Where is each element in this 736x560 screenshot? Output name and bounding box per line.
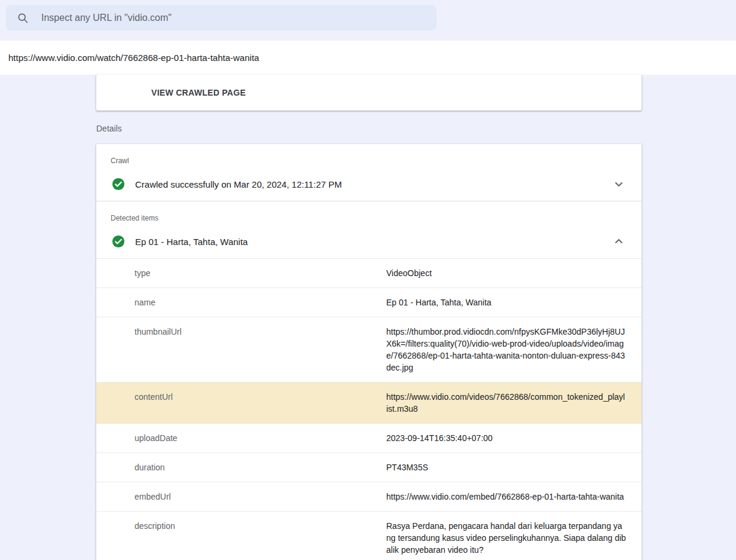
detected-items-table: type VideoObject name Ep 01 - Harta, Tah… (96, 258, 642, 560)
property-key: contentUrl (135, 391, 386, 415)
table-row: description Rasya Perdana, pengacara han… (96, 512, 642, 560)
success-check-icon (112, 178, 125, 191)
property-value: Ep 01 - Harta, Tahta, Wanita (386, 296, 626, 308)
url-inspection-searchbox[interactable] (6, 5, 436, 30)
crawled-page-card: VIEW CRAWLED PAGE (96, 75, 642, 111)
table-row: thumbnailUrl https://thumbor.prod.vidioc… (96, 317, 642, 382)
table-row: name Ep 01 - Harta, Tahta, Wanita (96, 288, 642, 317)
detected-item-header-row[interactable]: Ep 01 - Harta, Tahta, Wanita (96, 225, 642, 258)
table-row: duration PT43M35S (96, 453, 642, 482)
property-value: Rasya Perdana, pengacara handal dari kel… (386, 520, 626, 556)
inspected-url-text: https://www.vidio.com/watch/7662868-ep-0… (8, 53, 259, 63)
details-card: Crawl Crawled successfully on Mar 20, 20… (96, 144, 642, 560)
property-key: type (135, 267, 386, 279)
property-key: uploadDate (135, 432, 386, 444)
crawl-status-text: Crawled successfully on Mar 20, 2024, 12… (135, 179, 342, 189)
property-key: description (135, 520, 386, 556)
chevron-up-icon[interactable] (612, 234, 626, 249)
table-row: uploadDate 2023-09-14T16:35:40+07:00 (96, 424, 642, 453)
success-check-icon (112, 235, 125, 248)
url-inspection-input[interactable] (40, 12, 436, 24)
property-key: name (135, 296, 386, 308)
chevron-down-icon[interactable] (612, 177, 626, 191)
property-key: duration (135, 461, 386, 473)
table-row: type VideoObject (96, 259, 642, 288)
property-value: 2023-09-14T16:35:40+07:00 (386, 432, 626, 444)
inspected-url-band: https://www.vidio.com/watch/7662868-ep-0… (0, 41, 736, 75)
table-row: contentUrl https://www.vidio.com/videos/… (96, 382, 642, 424)
property-value: VideoObject (386, 267, 626, 279)
property-value: https://www.vidio.com/embed/7662868-ep-0… (386, 491, 626, 503)
detected-item-title: Ep 01 - Harta, Tahta, Wanita (135, 237, 248, 247)
table-row: embedUrl https://www.vidio.com/embed/766… (96, 482, 642, 512)
crawl-section-label: Crawl (96, 144, 642, 167)
property-value: https://thumbor.prod.vidiocdn.com/nfpysK… (386, 326, 626, 374)
search-icon (17, 12, 29, 24)
view-crawled-page-button[interactable]: VIEW CRAWLED PAGE (146, 83, 251, 102)
crawl-status-row[interactable]: Crawled successfully on Mar 20, 2024, 12… (96, 167, 642, 201)
property-key: thumbnailUrl (135, 326, 386, 374)
search-bar-area (0, 0, 736, 41)
property-key: embedUrl (135, 491, 386, 503)
property-value: https://www.vidio.com/videos/7662868/com… (386, 391, 626, 415)
property-value: PT43M35S (386, 461, 626, 473)
detected-items-label: Detected items (96, 201, 642, 225)
main-content: VIEW CRAWLED PAGE Details Crawl Crawled … (0, 75, 736, 560)
details-section-label: Details (96, 124, 736, 133)
